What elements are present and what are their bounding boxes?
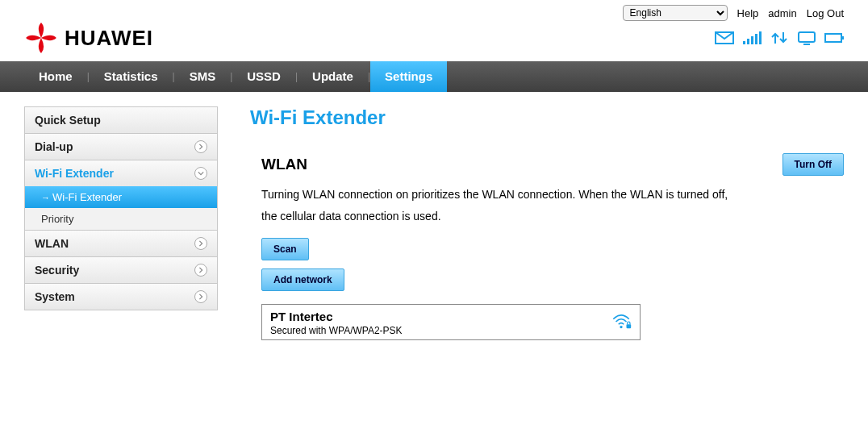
sidebar-item-quick-setup[interactable]: Quick Setup	[24, 106, 218, 133]
huawei-flower-icon	[24, 21, 58, 55]
nav-home[interactable]: Home	[24, 61, 87, 92]
svg-rect-5	[759, 31, 762, 44]
sidebar-sub-wifi-extender[interactable]: Wi-Fi Extender	[25, 186, 217, 208]
logout-link[interactable]: Log Out	[807, 7, 844, 19]
mail-icon	[715, 31, 734, 45]
page-title: Wi-Fi Extender	[250, 106, 844, 129]
svg-rect-4	[755, 34, 757, 44]
svg-rect-6	[799, 32, 815, 42]
turn-off-button[interactable]: Turn Off	[782, 153, 844, 176]
network-name: PT Intertec	[270, 310, 403, 323]
battery-icon	[824, 31, 844, 45]
svg-rect-11	[627, 324, 632, 328]
language-select[interactable]: English	[623, 5, 728, 21]
wlan-description: Turning WLAN connection on prioritizes t…	[261, 184, 737, 227]
sidebar-sub-priority[interactable]: Priority	[25, 208, 217, 230]
chevron-right-icon	[194, 290, 207, 303]
signal-bars-icon	[742, 31, 762, 45]
nav-statistics[interactable]: Statistics	[90, 61, 173, 92]
sidebar-label: Dial-up	[35, 140, 73, 153]
main-nav: Home| Statistics| SMS| USSD| Update| Set…	[0, 61, 868, 92]
nav-sms[interactable]: SMS	[175, 61, 231, 92]
sidebar-item-wlan[interactable]: WLAN	[24, 230, 218, 256]
sidebar-item-dialup[interactable]: Dial-up	[24, 133, 218, 160]
svg-rect-2	[747, 39, 749, 44]
chevron-down-icon	[194, 167, 207, 180]
wifi-signal-lock-icon	[611, 313, 632, 334]
add-network-button[interactable]: Add network	[261, 268, 344, 291]
svg-rect-1	[743, 41, 745, 44]
chevron-right-icon	[194, 237, 207, 250]
svg-point-10	[620, 326, 622, 328]
network-security: Secured with WPA/WPA2-PSK	[270, 325, 403, 336]
brand-text: HUAWEI	[65, 26, 153, 51]
sidebar-item-wifi-extender[interactable]: Wi-Fi Extender	[24, 160, 218, 186]
sidebar-label: System	[35, 290, 75, 303]
network-result-item[interactable]: PT Intertec Secured with WPA/WPA2-PSK	[261, 304, 641, 340]
sidebar-item-security[interactable]: Security	[24, 256, 218, 283]
section-title-wlan: WLAN	[261, 156, 307, 173]
user-link[interactable]: admin	[768, 7, 796, 19]
sidebar-label: Wi-Fi Extender	[35, 167, 114, 180]
sidebar-label: Security	[35, 264, 79, 277]
sidebar-label: Quick Setup	[35, 114, 101, 127]
nav-ussd[interactable]: USSD	[232, 61, 295, 92]
nav-update[interactable]: Update	[298, 61, 368, 92]
sidebar-item-system[interactable]: System	[24, 283, 218, 310]
nav-settings[interactable]: Settings	[370, 61, 447, 92]
settings-sidebar: Quick Setup Dial-up Wi-Fi Extender Wi-Fi…	[24, 106, 218, 340]
svg-rect-8	[825, 34, 841, 42]
scan-button[interactable]: Scan	[261, 238, 309, 260]
screen-icon	[797, 31, 816, 45]
brand-logo: HUAWEI	[24, 21, 153, 55]
svg-rect-3	[751, 36, 753, 44]
chevron-right-icon	[194, 140, 207, 153]
svg-rect-9	[842, 36, 844, 40]
sidebar-label: WLAN	[35, 237, 69, 250]
updown-arrows-icon	[770, 31, 789, 45]
help-link[interactable]: Help	[737, 7, 759, 19]
chevron-right-icon	[194, 264, 207, 277]
